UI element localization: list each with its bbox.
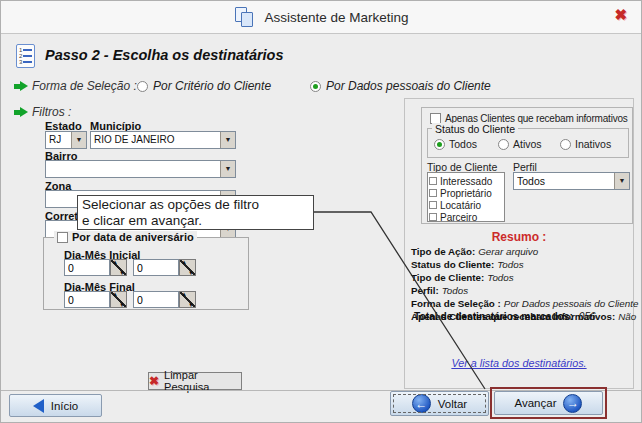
aniversario-checkbox[interactable] [57,232,68,243]
status-group: Status do Cliente Todos Ativos Inativos [427,128,629,158]
tipo-cliente-listbox[interactable]: Interessado Proprietário Locatário Parce… [427,172,505,222]
radio-label: Inativos [575,138,611,150]
spinner-icon[interactable] [179,259,196,276]
marketing-wizard-dialog: Assistente de Marketing ✖ 1 2 3 Passo 2 … [0,0,642,423]
resumo-row: Tipo de Ação:Gerar arquivo [411,245,633,258]
item-checkbox[interactable] [429,201,437,209]
voltar-label: Voltar [438,398,467,410]
arrow-left-circle-icon: ← [412,394,431,413]
resumo-row: Tipo de Cliente:Todos [411,271,633,284]
resumo-row-value: Gerar arquivo [475,246,538,257]
radio-icon[interactable] [137,81,148,92]
item-label: Parceiro [440,212,477,223]
perfil-combo[interactable]: Todos ▼ [513,172,630,190]
resumo-row-value: Por Dados pessoais do Cliente [501,298,639,309]
status-label: Status do Cliente [432,123,518,135]
radio-status-inativos[interactable]: Inativos [560,138,611,150]
filtros-label: Filtros : [32,105,71,119]
radio-label: Por Dados pessoais do Cliente [326,79,491,93]
resumo-row-value: Não [615,311,636,322]
green-arrow-icon [14,81,28,91]
resumo-row-value: Todos [494,259,523,270]
window-title: Assistente de Marketing [264,10,408,25]
municipio-value: RIO DE JANEIRO [94,134,218,145]
dia-final-input[interactable] [64,291,110,308]
aniversario-legend[interactable]: Por data de aniversário [54,231,197,243]
resumo-row-value: Todos [439,285,468,296]
list-item[interactable]: Parceiro [429,211,503,223]
list-item[interactable]: Interessado [429,175,503,187]
resumo-row-value: Todos [484,272,513,283]
radio-status-todos[interactable]: Todos [434,138,477,150]
mes-final-input[interactable] [133,291,179,308]
item-label: Proprietário [440,188,492,199]
resumo-heading: Resumo : [405,230,633,244]
spinner-icon[interactable] [179,291,196,308]
radio-label: Por Critério do Cliente [153,79,271,93]
radio-icon-selected[interactable] [434,139,445,150]
radio-icon[interactable] [498,139,509,150]
avancar-button[interactable]: Avançar → [494,391,603,415]
voltar-button[interactable]: ← Voltar [390,391,489,416]
estado-value: RJ [49,134,69,145]
client-filter-group: Apenas Clientes que recebam informativos… [421,107,633,224]
title-bar: Assistente de Marketing ✖ [1,1,642,34]
aniversario-group: Por data de aniversário Dia-Mês Inicial … [43,237,249,310]
options-panel: Apenas Clientes que recebam informativos… [404,98,634,389]
item-label: Locatário [440,200,481,211]
municipio-combo[interactable]: RIO DE JANEIRO ▼ [90,131,236,149]
estado-combo[interactable]: RJ ▼ [45,131,87,149]
item-checkbox[interactable] [429,213,437,221]
inicio-label: Início [51,400,79,412]
limpar-pesquisa-button[interactable]: ✖ Limpar Pesquisa [148,372,242,390]
resumo-row-label: Perfil: [411,285,439,296]
perfil-value: Todos [517,175,612,187]
radio-label: Todos [449,138,477,150]
item-label: Interessado [440,176,492,187]
resumo-row-label: Status do Cliente: [411,259,494,270]
tooltip-line2: e clicar em avançar. [82,213,309,229]
resumo-row: Forma de Seleção :Por Dados pessoais do … [411,297,633,310]
item-checkbox[interactable] [429,189,437,197]
arrow-right-circle-icon: → [563,394,582,413]
page-title: Passo 2 - Escolha os destinatários [45,47,284,63]
resumo-total-label: Total de destinatários marcados: [414,311,573,322]
resumo-row-label: Tipo de Cliente: [411,272,484,283]
radio-status-ativos[interactable]: Ativos [498,138,542,150]
chevron-down-icon[interactable]: ▼ [220,132,235,148]
red-x-icon: ✖ [149,374,159,388]
radio-label: Ativos [513,138,542,150]
mes-inicial-input[interactable] [133,259,179,276]
resumo-row-label: Forma de Seleção : [411,298,501,309]
list-item[interactable]: Proprietário [429,187,503,199]
resumo-total-value: 056 [576,311,596,322]
aniversario-label: Por data de aniversário [72,231,194,243]
callout-tooltip: Selecionar as opções de filtro e clicar … [77,195,314,230]
dia-inicial-input[interactable] [64,259,110,276]
green-arrow-icon [14,107,28,117]
bairro-combo[interactable]: ▼ [45,160,236,178]
tooltip-line1: Selecionar as opções de filtro [82,197,309,213]
resumo-total: Total de destinatários marcados: 056 [414,311,596,322]
forma-selecao-label: Forma de Seleção : [32,79,137,93]
inicio-button[interactable]: Início [9,394,102,417]
radio-por-criterio[interactable]: Por Critério do Cliente [137,79,271,93]
radio-icon-selected[interactable] [310,81,321,92]
avancar-label: Avançar [515,397,557,409]
chevron-down-icon[interactable]: ▼ [71,132,86,148]
chevron-down-icon[interactable]: ▼ [614,173,629,189]
resumo-row-label: Tipo de Ação: [411,246,475,257]
radio-icon[interactable] [560,139,571,150]
spinner-icon[interactable] [110,291,127,308]
close-icon[interactable]: ✖ [614,6,627,24]
item-checkbox[interactable] [429,177,437,185]
step-list-icon: 1 2 3 [16,44,35,68]
resumo-row: Perfil:Todos [411,284,633,297]
list-item[interactable]: Locatário [429,199,503,211]
chevron-down-icon[interactable]: ▼ [220,161,235,177]
spinner-icon[interactable] [110,259,127,276]
radio-por-dados-pessoais[interactable]: Por Dados pessoais do Cliente [310,79,491,93]
copy-pages-icon [235,7,255,28]
arrow-left-icon [33,399,44,413]
ver-lista-link[interactable]: Ver a lista dos destinatários. [405,357,633,369]
